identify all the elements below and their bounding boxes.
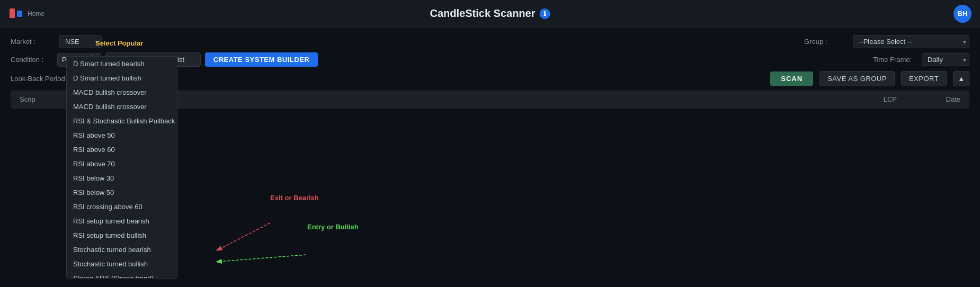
- svg-line-4: [219, 255, 306, 262]
- scan-button[interactable]: SCAN: [770, 71, 813, 86]
- condition-label: Condition :: [11, 56, 53, 64]
- collapse-button[interactable]: ▲: [953, 71, 969, 86]
- col-date: Date: [897, 95, 960, 103]
- svg-rect-1: [17, 11, 22, 17]
- dropdown-item[interactable]: RSI below 50: [67, 185, 177, 200]
- annotation-entry-bullish: Entry or Bullish: [307, 223, 359, 231]
- condition-dropdown: D Smart turned bearishD Smart turned bul…: [66, 56, 177, 279]
- home-label[interactable]: Home: [28, 10, 44, 17]
- dropdown-item[interactable]: MACD bullish crossover: [67, 100, 177, 114]
- annotation-exit-bearish: Exit or Bearish: [270, 194, 319, 202]
- header: Home CandleStick Scanner ℹ BH: [0, 0, 980, 28]
- header-title: CandleStick Scanner ℹ: [430, 7, 550, 20]
- dropdown-item[interactable]: RSI above 60: [67, 142, 177, 157]
- row2-right: Time Frame: Daily Weekly Monthly: [873, 53, 969, 66]
- main-content: Market : NSE BSE NFO Group : --Please Se…: [0, 28, 980, 116]
- col-lcp: LCP: [833, 95, 897, 103]
- timeframe-label: Time Frame:: [873, 56, 915, 64]
- dropdown-item[interactable]: Stochastic turned bullish: [67, 257, 177, 271]
- svg-line-3: [219, 223, 270, 249]
- dropdown-item[interactable]: RSI setup turned bullish: [67, 228, 177, 243]
- timeframe-select-wrapper: Daily Weekly Monthly: [922, 53, 969, 66]
- timeframe-select[interactable]: Daily Weekly Monthly: [922, 53, 969, 66]
- dropdown-item[interactable]: RSI & Stochastic Bullish Pullback: [67, 114, 177, 128]
- dropdown-item[interactable]: RSI setup turned bearish: [67, 214, 177, 228]
- dropdown-item[interactable]: D Smart turned bullish: [67, 71, 177, 85]
- dropdown-item[interactable]: RSI above 70: [67, 157, 177, 171]
- header-left: Home: [8, 6, 44, 21]
- svg-rect-0: [10, 8, 15, 18]
- dropdown-item[interactable]: Stochastic turned bearish: [67, 243, 177, 257]
- dropdown-item[interactable]: RSI above 50: [67, 128, 177, 142]
- create-system-builder-button[interactable]: CREATE SYSTEM BUILDER: [205, 52, 318, 67]
- dropdown-item[interactable]: Strong ADX (Strong trend): [67, 271, 177, 279]
- row1: Market : NSE BSE NFO Group : --Please Se…: [11, 35, 969, 48]
- group-label: Group :: [804, 38, 847, 46]
- info-icon[interactable]: ℹ: [539, 8, 550, 19]
- lookback-label: Look-Back Period :: [11, 75, 69, 83]
- app-title: CandleStick Scanner: [430, 7, 536, 20]
- row1-right: Group : --Please Select --: [804, 35, 969, 48]
- group-select-wrapper: --Please Select --: [853, 35, 969, 48]
- save-group-button[interactable]: SAVE AS GROUP: [819, 71, 895, 86]
- dropdown-item[interactable]: MACD bullish crossover: [67, 85, 177, 100]
- export-button[interactable]: EXPORT: [901, 71, 947, 86]
- group-select[interactable]: --Please Select --: [853, 35, 969, 48]
- market-label: Market :: [11, 38, 53, 46]
- user-avatar[interactable]: BH: [954, 5, 972, 23]
- annotation-select-popular: Select Popular: [95, 39, 143, 47]
- top-section: Market : NSE BSE NFO Group : --Please Se…: [11, 35, 969, 109]
- logo-icon: [8, 6, 23, 21]
- dropdown-item[interactable]: RSI crossing above 60: [67, 200, 177, 214]
- dropdown-item[interactable]: RSI below 30: [67, 171, 177, 185]
- dropdown-item[interactable]: D Smart turned bearish: [67, 57, 177, 71]
